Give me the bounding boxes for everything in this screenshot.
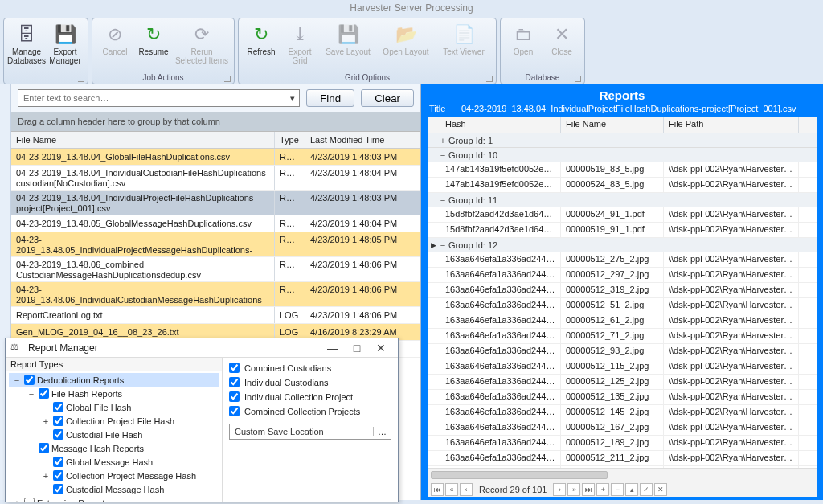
tree-node[interactable]: Global File Hash (9, 400, 219, 414)
file-row[interactable]: 04-23-2019_13.48.04_IndividualCustodianF… (11, 166, 420, 191)
report-row[interactable]: 163aa646efa1a336ad2443…00000512_189_2.jp… (428, 436, 817, 451)
file-row[interactable]: 04-23-2019_13.48.06_IndividualCustodianM… (11, 282, 420, 307)
nav-next[interactable]: › (553, 483, 566, 496)
tree-toggle-icon[interactable]: + (41, 471, 51, 481)
option-row[interactable]: Individual Custodians (229, 377, 391, 387)
file-row[interactable]: ReportCreationLog.txtLOG4/23/2019 1:48:0… (11, 307, 420, 324)
group-collapse-icon[interactable]: + (437, 136, 448, 145)
search-input[interactable] (18, 90, 285, 106)
dialog-maximize[interactable]: □ (345, 342, 369, 354)
option-row[interactable]: Individual Collection Project (229, 391, 391, 402)
group-by-hint[interactable]: Drag a column header here to group by th… (11, 112, 420, 131)
dialog-minimize[interactable]: — (321, 342, 345, 354)
report-row[interactable]: 163aa646efa1a336ad2443…00000512_115_2.jp… (428, 359, 817, 375)
option-checkbox[interactable] (229, 391, 240, 402)
option-checkbox[interactable] (229, 406, 240, 416)
nav-remove[interactable]: − (611, 483, 624, 496)
tree-checkbox[interactable] (53, 457, 63, 467)
group-expand-icon[interactable] (575, 76, 581, 82)
file-row[interactable]: 04-23-2019_13.48.06_combined CustodianMe… (11, 257, 420, 282)
report-row[interactable]: 147ab143a19f5efd0052e2…00000524_83_5.jpg… (428, 178, 817, 193)
tree-toggle-icon[interactable]: + (41, 416, 51, 426)
tree-node[interactable]: −File Hash Reports (9, 387, 219, 400)
tree-checkbox[interactable] (24, 498, 35, 502)
group-header-row[interactable]: −Group Id: 11 (428, 193, 817, 207)
tree-toggle-icon[interactable]: − (27, 444, 36, 453)
tree-node[interactable]: Custodial Message Hash (9, 482, 219, 496)
tree-checkbox[interactable] (53, 429, 63, 440)
find-button[interactable]: Find (306, 89, 354, 107)
nav-add[interactable]: + (596, 483, 609, 496)
tree-node[interactable]: −Message Hash Reports (9, 441, 219, 455)
group-expand-icon[interactable] (78, 76, 84, 82)
nav-first[interactable]: ⏮ (431, 483, 444, 496)
group-collapse-icon[interactable]: − (437, 150, 448, 160)
option-row[interactable]: Combined Custodians (229, 363, 391, 373)
report-row[interactable]: 15d8fbf2aad42d3ae1d641…00000519_91_1.pdf… (428, 223, 817, 238)
col-file-path[interactable]: File Path (664, 117, 799, 133)
report-row[interactable]: 15d8fbf2aad42d3ae1d641…00000524_91_1.pdf… (428, 207, 817, 223)
tree-node[interactable]: +Extension Reports (9, 496, 219, 502)
nav-cancel[interactable]: ✕ (654, 483, 667, 496)
report-row[interactable]: 163aa646efa1a336ad2443…00000512_71_2.jpg… (428, 329, 817, 344)
col-type[interactable]: Type (275, 132, 305, 148)
tree-node[interactable]: −Deduplication Reports (9, 373, 219, 387)
tree-checkbox[interactable] (39, 388, 49, 399)
ribbon-resume[interactable]: ↻Resume (134, 20, 173, 72)
horizontal-scrollbar[interactable] (428, 468, 817, 481)
report-row[interactable]: 163aa646efa1a336ad2443…00000512_145_2.jp… (428, 405, 817, 420)
nav-prev-page[interactable]: « (445, 483, 458, 496)
tree-node[interactable]: +Collection Project File Hash (9, 414, 219, 428)
tree-node[interactable]: +Collection Project Message Hash (9, 469, 219, 482)
col-expand[interactable] (428, 117, 440, 133)
group-expand-icon[interactable] (486, 76, 493, 82)
browse-ellipsis-icon[interactable]: … (373, 427, 391, 436)
col-file-name[interactable]: File Name (11, 132, 275, 148)
clear-button[interactable]: Clear (361, 89, 414, 107)
file-row[interactable]: 04-23-2019_13.48.04_IndividualProjectFil… (11, 191, 420, 215)
report-row[interactable]: 163aa646efa1a336ad2443…00000512_135_2.jp… (428, 390, 817, 405)
option-row[interactable]: Combined Collection Projects (229, 406, 391, 416)
report-row[interactable]: 163aa646efa1a336ad2443…00000512_93_2.jpg… (428, 344, 817, 359)
col-hash[interactable]: Hash (440, 117, 561, 133)
nav-last[interactable]: ⏭ (582, 483, 595, 496)
ribbon-refresh[interactable]: ↻Refresh (242, 20, 280, 72)
tree-toggle-icon[interactable]: − (27, 389, 36, 399)
report-row[interactable]: 163aa646efa1a336ad2443…00000512_51_2.jpg… (428, 298, 817, 313)
report-row[interactable]: 163aa646efa1a336ad2443…00000512_297_2.jp… (428, 268, 817, 283)
report-row[interactable]: 163aa646efa1a336ad2443…00000512_125_2.jp… (428, 375, 817, 390)
ribbon-manage-databases[interactable]: 🗄Manage Databases (7, 20, 46, 72)
report-row[interactable]: 147ab143a19f5efd0052e2…00000519_83_5.jpg… (428, 162, 817, 178)
col-last-modified[interactable]: Last Modified Time (305, 132, 403, 148)
tree-toggle-icon[interactable]: − (12, 375, 22, 385)
scrollbar-thumb[interactable] (431, 471, 608, 479)
nav-edit[interactable]: ▴ (625, 483, 638, 496)
report-row[interactable]: 163aa646efa1a336ad2443…00000512_211_2.jp… (428, 451, 817, 466)
file-row[interactable]: 04-23-2019_13.48.05_IndividualProjectMes… (11, 232, 420, 257)
tree-checkbox[interactable] (53, 470, 63, 481)
tree-toggle-icon[interactable]: + (12, 498, 22, 502)
tree-node[interactable]: Global Message Hash (9, 455, 219, 469)
nav-next-page[interactable]: » (567, 483, 580, 496)
search-dropdown-icon[interactable]: ▾ (285, 90, 299, 106)
option-checkbox[interactable] (229, 363, 240, 373)
tree-checkbox[interactable] (39, 443, 49, 453)
group-header-row[interactable]: ▶−Group Id: 12 (428, 238, 817, 252)
group-header-row[interactable]: −Group Id: 10 (428, 148, 817, 162)
dialog-close[interactable]: ✕ (369, 342, 393, 354)
group-collapse-icon[interactable]: − (437, 240, 448, 250)
tree-checkbox[interactable] (24, 375, 35, 385)
option-checkbox[interactable] (229, 377, 240, 387)
col-file-name-r[interactable]: File Name (561, 117, 664, 133)
nav-commit[interactable]: ✓ (640, 483, 653, 496)
report-row[interactable]: 163aa646efa1a336ad2443…00000512_167_2.jp… (428, 420, 817, 436)
dialog-titlebar[interactable]: ⚖ Report Manager — □ ✕ (6, 338, 398, 358)
tree-checkbox[interactable] (53, 402, 63, 412)
tree-checkbox[interactable] (53, 484, 63, 494)
report-row[interactable]: 163aa646efa1a336ad2443…00000512_61_2.jpg… (428, 313, 817, 329)
custom-save-location[interactable]: Custom Save Location… (229, 424, 391, 440)
group-header-row[interactable]: +Group Id: 1 (428, 133, 817, 148)
report-row[interactable]: 163aa646efa1a336ad2443…00000512_319_2.jp… (428, 283, 817, 298)
file-row[interactable]: 04-23-2019_13.48.05_GlobalMessageHashDup… (11, 215, 420, 232)
group-collapse-icon[interactable]: − (437, 195, 448, 205)
